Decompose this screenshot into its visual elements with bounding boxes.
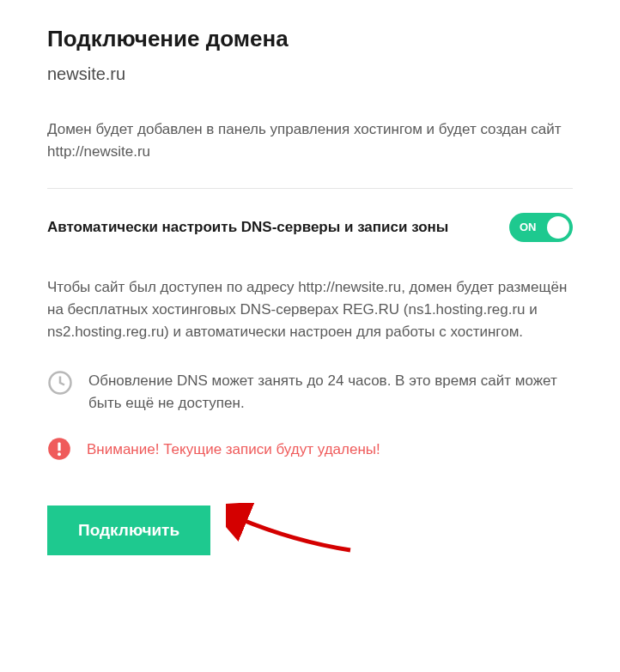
warning-row: Внимание! Текущие записи будут удалены! [47,437,573,461]
time-note-text: Обновление DNS может занять до 24 часов.… [88,370,573,415]
page-title: Подключение домена [47,26,573,52]
description-text: Домен будет добавлен в панель управления… [47,118,573,164]
arrow-annotation-icon [226,503,355,558]
dns-toggle-row: Автоматически настроить DNS-серверы и за… [47,213,573,242]
dns-toggle-knob [547,216,569,239]
dns-toggle[interactable]: ON [509,213,573,242]
dns-toggle-state: ON [520,221,537,233]
divider [47,188,573,189]
dns-toggle-label: Автоматически настроить DNS-серверы и за… [47,219,509,236]
clock-icon [47,370,73,396]
warning-text: Внимание! Текущие записи будут удалены! [87,437,380,461]
svg-point-3 [58,453,61,457]
time-note-row: Обновление DNS может занять до 24 часов.… [47,370,573,415]
button-row: Подключить [47,503,573,558]
svg-rect-2 [58,443,60,451]
connect-button[interactable]: Подключить [47,506,210,555]
dns-explanation-text: Чтобы сайт был доступен по адресу http:/… [47,276,573,344]
alert-icon [47,437,71,461]
domain-name: newsite.ru [47,64,573,84]
